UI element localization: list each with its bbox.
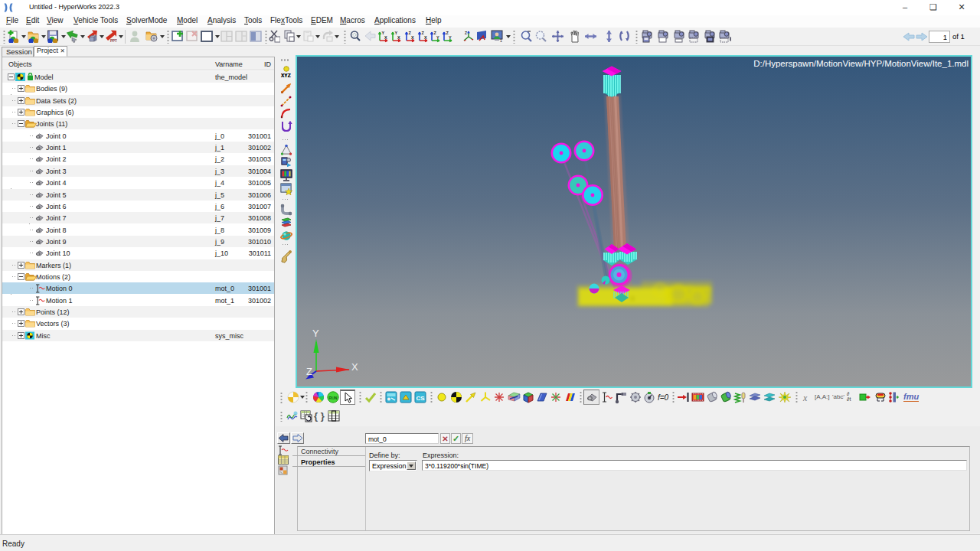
svg-text:Y: Y <box>449 35 452 40</box>
svg-text:RUN: RUN <box>329 396 338 400</box>
svg-text:X: X <box>424 35 427 40</box>
svg-text:CS: CS <box>416 395 426 402</box>
svg-text:XYZ: XYZ <box>281 73 291 78</box>
svg-text:Y: Y <box>312 328 319 339</box>
svg-text:f=0: f=0 <box>658 393 669 402</box>
svg-text:Y: Y <box>436 35 439 40</box>
svg-text:X: X <box>411 35 414 40</box>
svg-text:1: 1 <box>500 38 502 43</box>
svg-text:X: X <box>384 35 387 40</box>
svg-text:X: X <box>397 35 400 40</box>
svg-text:x: x <box>802 393 808 403</box>
svg-text:Z: Z <box>465 31 467 35</box>
svg-text:PPT: PPT <box>110 39 117 43</box>
svg-text:Z: Z <box>306 366 312 377</box>
svg-text:X: X <box>351 361 358 373</box>
